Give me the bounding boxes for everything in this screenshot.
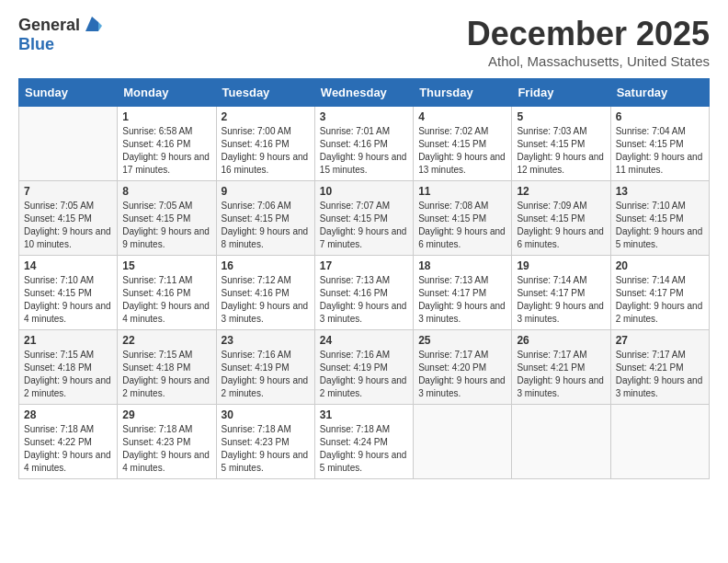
- calendar-cell: 1Sunrise: 6:58 AMSunset: 4:16 PMDaylight…: [118, 107, 216, 181]
- day-number: 11: [418, 185, 506, 198]
- cell-info: Sunrise: 7:08 AMSunset: 4:15 PMDaylight:…: [418, 200, 506, 251]
- cell-info: Sunrise: 6:58 AMSunset: 4:16 PMDaylight:…: [122, 125, 210, 177]
- day-number: 13: [616, 185, 704, 198]
- svg-marker-1: [98, 22, 102, 31]
- day-number: 18: [418, 259, 506, 272]
- calendar-week-row: 14Sunrise: 7:10 AMSunset: 4:15 PMDayligh…: [19, 256, 710, 330]
- cell-info: Sunrise: 7:13 AMSunset: 4:16 PMDaylight:…: [320, 274, 408, 326]
- calendar-cell: 29Sunrise: 7:18 AMSunset: 4:23 PMDayligh…: [118, 405, 216, 479]
- header-sunday: Sunday: [19, 79, 118, 107]
- cell-info: Sunrise: 7:01 AMSunset: 4:16 PMDaylight:…: [320, 125, 408, 177]
- cell-info: Sunrise: 7:15 AMSunset: 4:18 PMDaylight:…: [122, 349, 210, 400]
- calendar-cell: [610, 405, 709, 479]
- calendar-cell: 20Sunrise: 7:14 AMSunset: 4:17 PMDayligh…: [610, 256, 709, 330]
- cell-info: Sunrise: 7:05 AMSunset: 4:15 PMDaylight:…: [122, 200, 210, 251]
- day-number: 8: [122, 185, 210, 198]
- page-header: General Blue December 2025 Athol, Massac…: [18, 15, 710, 69]
- day-number: 4: [418, 110, 506, 123]
- cell-info: Sunrise: 7:14 AMSunset: 4:17 PMDaylight:…: [517, 274, 605, 326]
- calendar-cell: 3Sunrise: 7:01 AMSunset: 4:16 PMDaylight…: [314, 107, 413, 181]
- calendar-cell: 16Sunrise: 7:12 AMSunset: 4:16 PMDayligh…: [216, 256, 314, 330]
- calendar-cell: 9Sunrise: 7:06 AMSunset: 4:15 PMDaylight…: [216, 181, 314, 256]
- calendar-cell: 4Sunrise: 7:02 AMSunset: 4:15 PMDaylight…: [414, 107, 512, 181]
- cell-info: Sunrise: 7:06 AMSunset: 4:15 PMDaylight:…: [222, 200, 310, 251]
- cell-info: Sunrise: 7:03 AMSunset: 4:15 PMDaylight:…: [517, 125, 605, 177]
- cell-info: Sunrise: 7:17 AMSunset: 4:21 PMDaylight:…: [517, 349, 605, 400]
- calendar-cell: [19, 107, 118, 181]
- logo-blue-text: Blue: [18, 35, 54, 53]
- calendar-header-row: SundayMondayTuesdayWednesdayThursdayFrid…: [19, 79, 710, 107]
- calendar-week-row: 28Sunrise: 7:18 AMSunset: 4:22 PMDayligh…: [19, 405, 710, 479]
- logo-icon: [82, 15, 102, 35]
- day-number: 25: [418, 334, 506, 347]
- day-number: 7: [24, 185, 112, 198]
- logo-general-text: General: [18, 16, 80, 35]
- cell-info: Sunrise: 7:12 AMSunset: 4:16 PMDaylight:…: [222, 274, 310, 326]
- day-number: 2: [222, 110, 310, 123]
- calendar-cell: 7Sunrise: 7:05 AMSunset: 4:15 PMDaylight…: [19, 181, 118, 256]
- day-number: 16: [222, 259, 310, 272]
- day-number: 27: [616, 334, 704, 347]
- calendar-cell: [414, 405, 512, 479]
- calendar-cell: 27Sunrise: 7:17 AMSunset: 4:21 PMDayligh…: [610, 330, 709, 405]
- day-number: 9: [222, 185, 310, 198]
- calendar-cell: 18Sunrise: 7:13 AMSunset: 4:17 PMDayligh…: [414, 256, 512, 330]
- cell-info: Sunrise: 7:02 AMSunset: 4:15 PMDaylight:…: [418, 125, 506, 177]
- title-block: December 2025 Athol, Massachusetts, Unit…: [467, 15, 710, 69]
- calendar-cell: 23Sunrise: 7:16 AMSunset: 4:19 PMDayligh…: [216, 330, 314, 405]
- day-number: 1: [122, 110, 210, 123]
- cell-info: Sunrise: 7:05 AMSunset: 4:15 PMDaylight:…: [24, 200, 112, 251]
- day-number: 28: [24, 408, 112, 421]
- day-number: 22: [122, 334, 210, 347]
- calendar-cell: 17Sunrise: 7:13 AMSunset: 4:16 PMDayligh…: [314, 256, 413, 330]
- cell-info: Sunrise: 7:18 AMSunset: 4:23 PMDaylight:…: [222, 423, 310, 475]
- calendar-cell: 13Sunrise: 7:10 AMSunset: 4:15 PMDayligh…: [610, 181, 709, 256]
- month-title: December 2025: [467, 15, 710, 53]
- calendar-week-row: 21Sunrise: 7:15 AMSunset: 4:18 PMDayligh…: [19, 330, 710, 405]
- calendar-cell: 24Sunrise: 7:16 AMSunset: 4:19 PMDayligh…: [314, 330, 413, 405]
- calendar-cell: 15Sunrise: 7:11 AMSunset: 4:16 PMDayligh…: [118, 256, 216, 330]
- calendar-cell: 22Sunrise: 7:15 AMSunset: 4:18 PMDayligh…: [118, 330, 216, 405]
- day-number: 31: [320, 408, 408, 421]
- calendar-cell: 10Sunrise: 7:07 AMSunset: 4:15 PMDayligh…: [314, 181, 413, 256]
- cell-info: Sunrise: 7:10 AMSunset: 4:15 PMDaylight:…: [24, 274, 112, 326]
- header-monday: Monday: [118, 79, 216, 107]
- calendar-cell: 5Sunrise: 7:03 AMSunset: 4:15 PMDaylight…: [512, 107, 610, 181]
- cell-info: Sunrise: 7:00 AMSunset: 4:16 PMDaylight:…: [222, 125, 310, 177]
- day-number: 12: [517, 185, 605, 198]
- calendar-cell: 6Sunrise: 7:04 AMSunset: 4:15 PMDaylight…: [610, 107, 709, 181]
- cell-info: Sunrise: 7:18 AMSunset: 4:22 PMDaylight:…: [24, 423, 112, 475]
- day-number: 15: [122, 259, 210, 272]
- calendar-cell: 2Sunrise: 7:00 AMSunset: 4:16 PMDaylight…: [216, 107, 314, 181]
- logo: General Blue: [18, 15, 102, 54]
- calendar-cell: 12Sunrise: 7:09 AMSunset: 4:15 PMDayligh…: [512, 181, 610, 256]
- calendar-cell: 30Sunrise: 7:18 AMSunset: 4:23 PMDayligh…: [216, 405, 314, 479]
- header-saturday: Saturday: [610, 79, 709, 107]
- day-number: 3: [320, 110, 408, 123]
- day-number: 30: [222, 408, 310, 421]
- day-number: 21: [24, 334, 112, 347]
- cell-info: Sunrise: 7:15 AMSunset: 4:18 PMDaylight:…: [24, 349, 112, 400]
- day-number: 29: [122, 408, 210, 421]
- header-tuesday: Tuesday: [216, 79, 314, 107]
- calendar-cell: 14Sunrise: 7:10 AMSunset: 4:15 PMDayligh…: [19, 256, 118, 330]
- calendar-cell: 31Sunrise: 7:18 AMSunset: 4:24 PMDayligh…: [314, 405, 413, 479]
- calendar-cell: 11Sunrise: 7:08 AMSunset: 4:15 PMDayligh…: [414, 181, 512, 256]
- day-number: 20: [616, 259, 704, 272]
- location-text: Athol, Massachusetts, United States: [467, 53, 710, 69]
- calendar-cell: 28Sunrise: 7:18 AMSunset: 4:22 PMDayligh…: [19, 405, 118, 479]
- cell-info: Sunrise: 7:07 AMSunset: 4:15 PMDaylight:…: [320, 200, 408, 251]
- day-number: 19: [517, 259, 605, 272]
- cell-info: Sunrise: 7:09 AMSunset: 4:15 PMDaylight:…: [517, 200, 605, 251]
- day-number: 6: [616, 110, 704, 123]
- calendar-cell: 26Sunrise: 7:17 AMSunset: 4:21 PMDayligh…: [512, 330, 610, 405]
- day-number: 24: [320, 334, 408, 347]
- header-thursday: Thursday: [414, 79, 512, 107]
- svg-marker-0: [85, 17, 98, 31]
- day-number: 14: [24, 259, 112, 272]
- cell-info: Sunrise: 7:18 AMSunset: 4:23 PMDaylight:…: [122, 423, 210, 475]
- day-number: 26: [517, 334, 605, 347]
- cell-info: Sunrise: 7:10 AMSunset: 4:15 PMDaylight:…: [616, 200, 704, 251]
- calendar-week-row: 1Sunrise: 6:58 AMSunset: 4:16 PMDaylight…: [19, 107, 710, 181]
- header-friday: Friday: [512, 79, 610, 107]
